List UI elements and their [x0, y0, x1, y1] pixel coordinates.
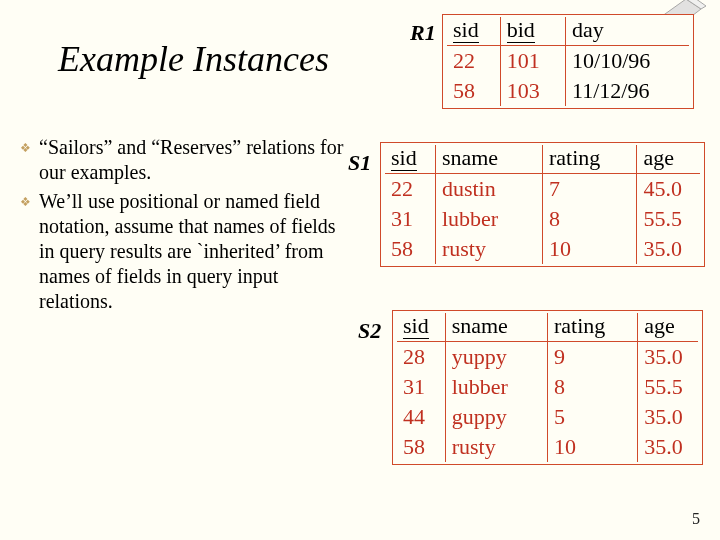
- col-header: sname: [435, 145, 542, 174]
- relation-label-s2: S2: [358, 318, 381, 344]
- col-header: age: [638, 313, 698, 342]
- table-row: 22 dustin 7 45.0: [385, 174, 700, 205]
- col-header: age: [637, 145, 700, 174]
- relation-label-s1: S1: [348, 150, 371, 176]
- table-row: 22 101 10/10/96: [447, 46, 689, 77]
- relation-r1: sid bid day 22 101 10/10/96 58 103 11/12…: [442, 14, 694, 109]
- table-r1: sid bid day 22 101 10/10/96 58 103 11/12…: [447, 17, 689, 106]
- col-header: bid: [500, 17, 565, 46]
- list-item: ❖ “Sailors” and “Reserves” relations for…: [20, 135, 355, 185]
- bullet-text: We’ll use positional or named field nota…: [39, 189, 355, 314]
- bullet-list: ❖ “Sailors” and “Reserves” relations for…: [20, 135, 355, 318]
- relation-s1: sid sname rating age 22 dustin 7 45.0 31…: [380, 142, 705, 267]
- diamond-bullet-icon: ❖: [20, 141, 31, 156]
- table-row: 58 rusty 10 35.0: [385, 234, 700, 264]
- relation-label-r1: R1: [410, 20, 436, 46]
- table-s2: sid sname rating age 28 yuppy 9 35.0 31 …: [397, 313, 698, 462]
- relation-s2: sid sname rating age 28 yuppy 9 35.0 31 …: [392, 310, 703, 465]
- col-header: day: [566, 17, 689, 46]
- table-row: 44 guppy 5 35.0: [397, 402, 698, 432]
- bullet-text: “Sailors” and “Reserves” relations for o…: [39, 135, 355, 185]
- col-header: sname: [445, 313, 547, 342]
- page-number: 5: [692, 510, 700, 528]
- col-header: rating: [547, 313, 637, 342]
- page-title: Example Instances: [58, 38, 329, 80]
- table-row: 31 lubber 8 55.5: [397, 372, 698, 402]
- col-header: rating: [542, 145, 637, 174]
- col-header: sid: [447, 17, 500, 46]
- table-s1: sid sname rating age 22 dustin 7 45.0 31…: [385, 145, 700, 264]
- table-row: 58 103 11/12/96: [447, 76, 689, 106]
- table-row: 28 yuppy 9 35.0: [397, 342, 698, 373]
- col-header: sid: [397, 313, 445, 342]
- diamond-bullet-icon: ❖: [20, 195, 31, 210]
- list-item: ❖ We’ll use positional or named field no…: [20, 189, 355, 314]
- col-header: sid: [385, 145, 435, 174]
- table-row: 31 lubber 8 55.5: [385, 204, 700, 234]
- table-row: 58 rusty 10 35.0: [397, 432, 698, 462]
